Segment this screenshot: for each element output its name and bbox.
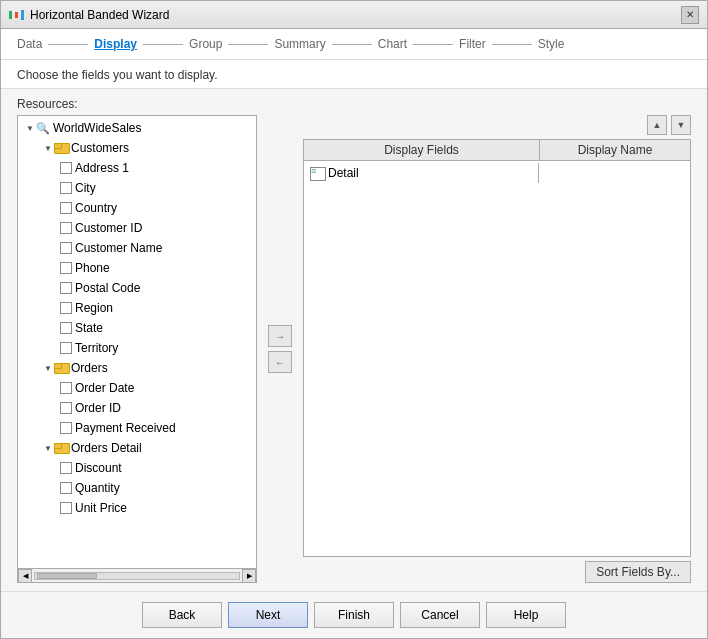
tree-field-unitprice[interactable]: Unit Price xyxy=(20,498,254,518)
tree-group-orders[interactable]: ▼ Orders xyxy=(20,358,254,378)
subtitle: Choose the fields you want to display. xyxy=(1,60,707,89)
hscroll-track xyxy=(34,572,240,580)
checkbox-city[interactable] xyxy=(60,182,72,194)
field-label-orderdate: Order Date xyxy=(75,381,134,395)
checkbox-postalcode[interactable] xyxy=(60,282,72,294)
folder-icon-orders xyxy=(54,363,68,374)
field-name-detail: Detail xyxy=(328,166,534,180)
back-button[interactable]: Back xyxy=(142,602,222,628)
expand-icon-orders[interactable]: ▼ xyxy=(42,362,54,374)
group-label-customers: Customers xyxy=(71,141,129,155)
tree-field-region[interactable]: Region xyxy=(20,298,254,318)
checkbox-state[interactable] xyxy=(60,322,72,334)
step-summary[interactable]: Summary xyxy=(274,37,325,51)
expand-icon-customers[interactable]: ▼ xyxy=(42,142,54,154)
tree-field-postalcode[interactable]: Postal Code xyxy=(20,278,254,298)
tree-field-city[interactable]: City xyxy=(20,178,254,198)
field-label-orderid: Order ID xyxy=(75,401,121,415)
fields-header: Display Fields Display Name xyxy=(304,140,690,161)
header-display-fields: Display Fields xyxy=(304,140,540,160)
checkbox-region[interactable] xyxy=(60,302,72,314)
checkbox-orderdate[interactable] xyxy=(60,382,72,394)
group-label-ordersdetail: Orders Detail xyxy=(71,441,142,455)
sort-fields-button[interactable]: Sort Fields By... xyxy=(585,561,691,583)
checkbox-customerid[interactable] xyxy=(60,222,72,234)
cancel-button[interactable]: Cancel xyxy=(400,602,480,628)
wizard-icon xyxy=(9,10,24,20)
add-field-button[interactable]: → xyxy=(268,325,292,347)
step-chart[interactable]: Chart xyxy=(378,37,407,51)
detail-icon xyxy=(310,167,324,179)
field-label-quantity: Quantity xyxy=(75,481,120,495)
tree-field-quantity[interactable]: Quantity xyxy=(20,478,254,498)
steps-bar: Data Display Group Summary Chart Filter … xyxy=(1,29,707,60)
tree-field-customerid[interactable]: Customer ID xyxy=(20,218,254,238)
tree-field-address1[interactable]: Address 1 xyxy=(20,158,254,178)
tree-field-territory[interactable]: Territory xyxy=(20,338,254,358)
fields-panel: ▲ ▼ Display Fields Display Name Detail xyxy=(303,115,691,583)
step-divider-1 xyxy=(48,44,88,45)
tree-hscroll[interactable]: ◀ ▶ xyxy=(18,568,256,582)
checkbox-territory[interactable] xyxy=(60,342,72,354)
expand-icon-root[interactable]: ▼ xyxy=(24,122,36,134)
tree-group-ordersdetail[interactable]: ▼ Orders Detail xyxy=(20,438,254,458)
checkbox-orderid[interactable] xyxy=(60,402,72,414)
remove-field-button[interactable]: ← xyxy=(268,351,292,373)
field-label-region: Region xyxy=(75,301,113,315)
fields-body[interactable]: Detail xyxy=(304,161,690,556)
folder-icon-customers xyxy=(54,143,68,154)
checkbox-discount[interactable] xyxy=(60,462,72,474)
sort-fields-container: Sort Fields By... xyxy=(303,561,691,583)
field-label-customerid: Customer ID xyxy=(75,221,142,235)
step-divider-2 xyxy=(143,44,183,45)
help-button[interactable]: Help xyxy=(486,602,566,628)
tree-field-orderdate[interactable]: Order Date xyxy=(20,378,254,398)
tree-field-paymentreceived[interactable]: Payment Received xyxy=(20,418,254,438)
step-divider-4 xyxy=(332,44,372,45)
fields-table: Display Fields Display Name Detail xyxy=(303,139,691,557)
finish-button[interactable]: Finish xyxy=(314,602,394,628)
checkbox-phone[interactable] xyxy=(60,262,72,274)
tree-group-customers[interactable]: ▼ Customers xyxy=(20,138,254,158)
title-bar: Horizontal Banded Wizard ✕ xyxy=(1,1,707,29)
field-label-phone: Phone xyxy=(75,261,110,275)
checkbox-paymentreceived[interactable] xyxy=(60,422,72,434)
field-label-address1: Address 1 xyxy=(75,161,129,175)
sort-down-button[interactable]: ▼ xyxy=(671,115,691,135)
checkbox-unitprice[interactable] xyxy=(60,502,72,514)
hscroll-thumb[interactable] xyxy=(37,573,97,579)
tree-field-phone[interactable]: Phone xyxy=(20,258,254,278)
tree-field-discount[interactable]: Discount xyxy=(20,458,254,478)
folder-icon-ordersdetail xyxy=(54,443,68,454)
checkbox-customername[interactable] xyxy=(60,242,72,254)
next-button[interactable]: Next xyxy=(228,602,308,628)
checkbox-address1[interactable] xyxy=(60,162,72,174)
step-display[interactable]: Display xyxy=(94,37,137,51)
main-content: Resources: ▼ 🔍 WorldWideSales ▼ Custome xyxy=(1,89,707,591)
sort-up-button[interactable]: ▲ xyxy=(647,115,667,135)
expand-icon-ordersdetail[interactable]: ▼ xyxy=(42,442,54,454)
hscroll-left-arrow[interactable]: ◀ xyxy=(18,569,32,583)
hscroll-right-arrow[interactable]: ▶ xyxy=(242,569,256,583)
step-group[interactable]: Group xyxy=(189,37,222,51)
title-bar-left: Horizontal Banded Wizard xyxy=(9,8,169,22)
field-display-name-detail[interactable] xyxy=(538,163,688,183)
checkbox-quantity[interactable] xyxy=(60,482,72,494)
root-label: WorldWideSales xyxy=(53,121,141,135)
database-icon: 🔍 xyxy=(36,121,50,135)
middle-arrows: → ← xyxy=(265,115,295,583)
step-style[interactable]: Style xyxy=(538,37,565,51)
step-filter[interactable]: Filter xyxy=(459,37,486,51)
step-data[interactable]: Data xyxy=(17,37,42,51)
tree-field-country[interactable]: Country xyxy=(20,198,254,218)
group-label-orders: Orders xyxy=(71,361,108,375)
close-button[interactable]: ✕ xyxy=(681,6,699,24)
field-row-detail[interactable]: Detail xyxy=(306,163,688,183)
checkbox-country[interactable] xyxy=(60,202,72,214)
resources-label: Resources: xyxy=(17,97,691,111)
tree-field-state[interactable]: State xyxy=(20,318,254,338)
tree-root-node[interactable]: ▼ 🔍 WorldWideSales xyxy=(20,118,254,138)
tree-field-orderid[interactable]: Order ID xyxy=(20,398,254,418)
tree-scroll[interactable]: ▼ 🔍 WorldWideSales ▼ Customers Address 1 xyxy=(18,116,256,568)
tree-field-customername[interactable]: Customer Name xyxy=(20,238,254,258)
